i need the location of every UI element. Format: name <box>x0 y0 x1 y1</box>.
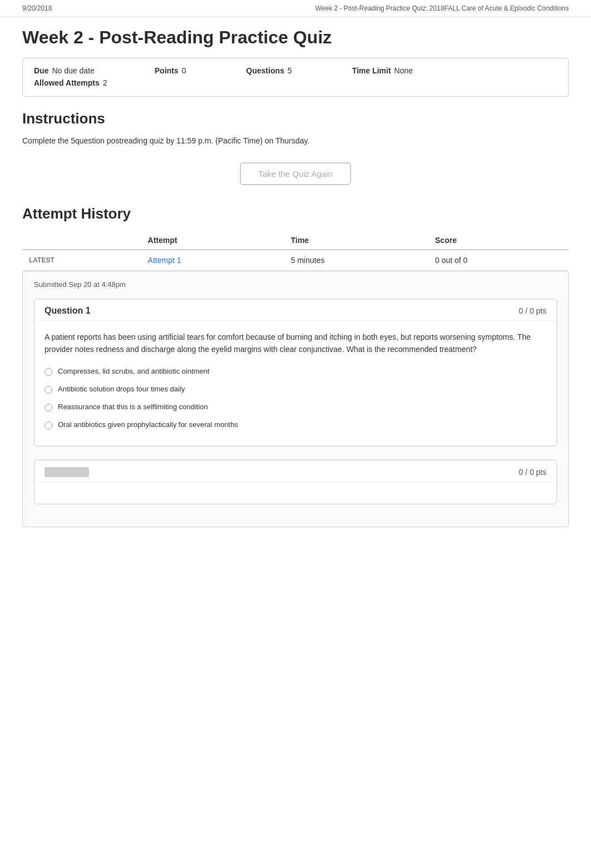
col-header-score: Score <box>429 231 569 250</box>
questions-value: 5 <box>288 66 292 75</box>
attempt-score: 0 out of 0 <box>429 250 569 271</box>
due-value: No due date <box>52 66 94 75</box>
attempt-1-link[interactable]: Attempt 1 <box>148 256 181 265</box>
question-1-number: Question 1 <box>45 306 91 316</box>
answer-option-2[interactable]: Antibiotic solution drops four times dai… <box>45 385 546 394</box>
instructions-title: Instructions <box>22 110 569 127</box>
question-1-header: Question 1 0 / 0 pts <box>35 299 556 321</box>
question-2-number <box>45 467 89 477</box>
col-header-attempt: Attempt <box>141 231 284 250</box>
table-row: LATEST Attempt 1 5 minutes 0 out of 0 <box>22 250 569 271</box>
quiz-meta-box: Due No due date Points 0 Questions 5 Tim… <box>22 58 569 97</box>
time-limit-label: Time Limit <box>352 66 391 75</box>
question-2-points: 0 / 0 pts <box>519 468 546 477</box>
answer-option-3-text: Reassurance that this is a selflimiting … <box>58 403 208 411</box>
breadcrumb: Week 2 - Post-Reading Practice Quiz: 201… <box>315 4 569 12</box>
answer-radio-2[interactable] <box>45 386 52 394</box>
take-quiz-button[interactable]: Take the Quiz Again <box>240 162 351 185</box>
answer-option-1-text: Compresses, lid scrubs, and antibiotic o… <box>58 367 209 375</box>
submitted-text: Submitted Sep 20 at 4:48pm <box>34 280 557 289</box>
answer-radio-3[interactable] <box>45 404 52 411</box>
answer-option-1[interactable]: Compresses, lid scrubs, and antibiotic o… <box>45 367 546 376</box>
points-value: 0 <box>182 66 186 75</box>
question-1-points: 0 / 0 pts <box>519 306 546 315</box>
points-label: Points <box>155 66 179 75</box>
answer-radio-1[interactable] <box>45 368 52 376</box>
col-header-status <box>22 231 141 250</box>
attempt-time: 5 minutes <box>284 250 428 271</box>
question-1-text: A patient reports has been using artific… <box>45 331 546 356</box>
answer-radio-4[interactable] <box>45 421 52 429</box>
attempt-history-title: Attempt History <box>22 205 569 222</box>
questions-label: Questions <box>246 66 284 75</box>
answer-option-4[interactable]: Oral antibiotics given prophylactically … <box>45 420 546 429</box>
time-limit-value: None <box>394 66 412 75</box>
answer-option-4-text: Oral antibiotics given prophylactically … <box>58 420 238 429</box>
attempt-history-table: Attempt Time Score LATEST Attempt 1 5 mi… <box>22 231 569 271</box>
allowed-attempts-value: 2 <box>103 78 107 87</box>
attempt-link-cell[interactable]: Attempt 1 <box>141 250 284 271</box>
allowed-attempts-label: Allowed Attempts <box>34 78 100 87</box>
answer-option-2-text: Antibiotic solution drops four times dai… <box>58 385 185 393</box>
page-title: Week 2 - Post-Reading Practice Quiz <box>22 27 569 48</box>
answer-option-3[interactable]: Reassurance that this is a selflimiting … <box>45 403 546 411</box>
question-2-header: 0 / 0 pts <box>35 460 556 482</box>
question-2-card: 0 / 0 pts <box>34 460 557 504</box>
date-display: 9/20/2018 <box>22 4 52 12</box>
col-header-time: Time <box>284 231 428 250</box>
instructions-text: Complete the 5question postreading quiz … <box>22 135 569 147</box>
attempt-details-box: Submitted Sep 20 at 4:48pm Question 1 0 … <box>22 271 569 527</box>
question-1-card: Question 1 0 / 0 pts A patient reports h… <box>34 299 557 447</box>
question-1-body: A patient reports has been using artific… <box>35 321 556 446</box>
due-label: Due <box>34 66 48 75</box>
attempt-status: LATEST <box>22 250 141 271</box>
